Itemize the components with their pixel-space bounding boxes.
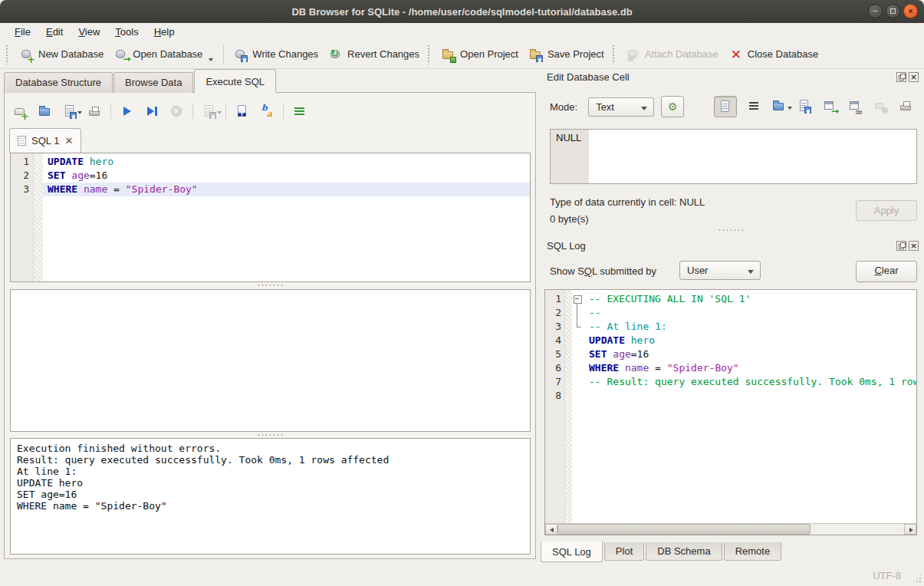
code-line: -- EXECUTING ALL IN 'SQL 1' xyxy=(584,292,916,306)
fold-cell xyxy=(572,347,584,361)
resize-grip[interactable] xyxy=(912,574,922,583)
log-filter-value: User xyxy=(687,265,708,276)
line-number: 8 xyxy=(545,389,561,403)
menu-tools[interactable]: Tools xyxy=(108,25,145,39)
execute-current-line-button[interactable] xyxy=(143,103,160,120)
menu-help[interactable]: Help xyxy=(147,25,182,39)
code-line: WHERE name = "Spider-Boy" xyxy=(43,183,530,196)
word-wrap-button[interactable] xyxy=(747,99,762,114)
open-sql-file-icon xyxy=(38,104,52,118)
close-database-button[interactable]: ✕Close Database xyxy=(724,43,824,66)
new-sql-tab-button[interactable]: + xyxy=(12,103,29,120)
bottom-tab-db-schema[interactable]: DB Schema xyxy=(646,542,722,561)
open-project-button[interactable]: Open Project xyxy=(436,43,524,66)
cell-value-editor[interactable]: NULL xyxy=(550,129,917,184)
print-cell-button[interactable] xyxy=(899,99,914,114)
save-project-button[interactable]: Save Project xyxy=(524,43,610,66)
dock-close-icon[interactable] xyxy=(909,72,919,82)
sql-code-editor[interactable]: 123 UPDATE heroSET age=16WHERE name = "S… xyxy=(10,153,531,282)
new-database-button[interactable]: +New Database xyxy=(15,43,109,66)
log-fold-markers[interactable] xyxy=(572,290,584,523)
fold-marker[interactable] xyxy=(572,306,584,320)
dock-float-icon[interactable] xyxy=(896,241,906,251)
scroll-right-icon xyxy=(909,528,913,532)
toolbar-separator xyxy=(225,104,226,119)
find-button[interactable] xyxy=(234,103,251,120)
bottom-tab-sql-log[interactable]: SQL Log xyxy=(541,542,603,562)
fold-cell xyxy=(572,361,584,375)
close-button[interactable]: × xyxy=(903,4,918,18)
cell-size-text: 0 byte(s) xyxy=(550,213,589,225)
code-line: -- xyxy=(584,306,916,320)
fold-marker[interactable] xyxy=(572,320,584,334)
text-mode-button[interactable] xyxy=(714,96,737,117)
print-sql-button[interactable] xyxy=(86,103,103,120)
scroll-left-button[interactable] xyxy=(545,524,557,535)
log-filter-select[interactable]: User xyxy=(679,261,761,280)
log-fold-margin xyxy=(565,290,572,523)
cell-editor-toolbar: →∞ xyxy=(714,96,914,117)
dropdown-arrow-icon[interactable] xyxy=(209,58,213,61)
results-messages-splitter[interactable] xyxy=(10,432,531,438)
open-database-button[interactable]: →Open Database xyxy=(109,43,219,66)
bottom-tab-remote[interactable]: Remote xyxy=(724,542,782,561)
execute-all-button[interactable] xyxy=(119,103,136,120)
save-sql-file-button[interactable] xyxy=(61,103,78,120)
apply-button[interactable]: Apply xyxy=(856,200,917,221)
write-changes-button[interactable]: Write Changes xyxy=(229,43,324,66)
gear-icon: ⚙ xyxy=(666,100,679,114)
results-pane[interactable] xyxy=(10,289,531,432)
maximize-icon xyxy=(890,8,896,14)
log-line-numbers: 12345678 xyxy=(545,290,565,523)
copy-link-button[interactable]: ∞ xyxy=(848,99,863,114)
revert-changes-button[interactable]: ↻Revert Changes xyxy=(324,43,425,66)
stop-execution-button[interactable]: × xyxy=(168,103,185,120)
message-line: WHERE name = "Spider-Boy" xyxy=(17,500,524,512)
sql-tab-close-icon[interactable]: ✕ xyxy=(64,135,73,146)
save-results-button[interactable] xyxy=(201,103,218,120)
line-number: 7 xyxy=(545,375,561,389)
mode-select[interactable]: Text xyxy=(588,97,654,117)
bottom-tab-plot[interactable]: Plot xyxy=(604,542,644,561)
dock-splitter[interactable] xyxy=(539,227,924,233)
tab-browse-data[interactable]: Browse Data xyxy=(113,72,193,93)
open-in-external-button[interactable]: → xyxy=(823,99,838,114)
menu-edit[interactable]: Edit xyxy=(39,25,70,39)
open-sql-file-button[interactable] xyxy=(37,103,54,120)
toolbar-handle[interactable] xyxy=(612,44,616,64)
toolbar-handle[interactable] xyxy=(427,44,431,64)
minimize-button[interactable]: − xyxy=(868,4,883,18)
dock-float-icon[interactable] xyxy=(896,72,906,82)
editor-results-splitter[interactable] xyxy=(10,282,531,288)
sql-log-view[interactable]: 12345678 -- EXECUTING ALL IN 'SQL 1'----… xyxy=(544,289,917,535)
attach-database-button[interactable]: ∞Attach Database xyxy=(621,43,724,66)
encoding-indicator[interactable]: UTF-8 xyxy=(873,570,901,581)
titlebar[interactable]: DB Browser for SQLite - /home/user/code/… xyxy=(0,0,924,23)
dropdown-arrow-icon[interactable] xyxy=(217,111,222,114)
execution-message-pane[interactable]: Execution finished without errors.Result… xyxy=(10,438,531,555)
auto-switch-mode-button[interactable]: ⚙ xyxy=(661,96,684,117)
scroll-right-button[interactable] xyxy=(904,524,916,535)
scrollbar-thumb[interactable] xyxy=(557,524,811,535)
export-to-file-button[interactable] xyxy=(797,99,813,114)
toolbar-handle[interactable] xyxy=(5,44,9,64)
import-from-file-button[interactable] xyxy=(772,99,788,114)
menu-view[interactable]: View xyxy=(71,25,107,39)
maximize-button[interactable] xyxy=(886,4,900,18)
tab-database-structure[interactable]: Database Structure xyxy=(4,72,113,93)
fold-cell xyxy=(572,334,584,347)
sql-tab[interactable]: SQL 1 ✕ xyxy=(9,128,81,153)
clear-log-button[interactable]: Clear xyxy=(856,261,917,282)
dropdown-arrow-icon[interactable] xyxy=(77,111,82,114)
set-null-button[interactable] xyxy=(873,99,889,114)
menu-file[interactable]: File xyxy=(8,25,38,39)
find-replace-button[interactable]: ba xyxy=(258,103,275,120)
tab-execute-sql[interactable]: Execute SQL xyxy=(194,69,276,93)
editor-code-area[interactable]: UPDATE heroSET age=16WHERE name = "Spide… xyxy=(43,153,530,281)
dock-close-icon[interactable] xyxy=(909,241,919,251)
fold-marker[interactable] xyxy=(572,292,584,306)
auto-format-button[interactable] xyxy=(291,103,308,120)
message-line: Execution finished without errors. xyxy=(17,443,524,454)
log-horizontal-scrollbar[interactable] xyxy=(545,523,916,535)
dropdown-arrow-icon[interactable] xyxy=(788,107,792,110)
